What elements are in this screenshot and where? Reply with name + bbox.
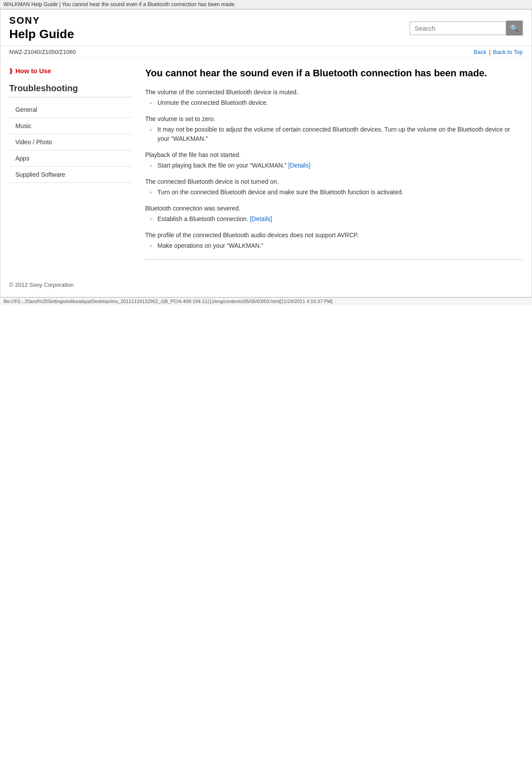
issue-block-2: The volume is set to zero. It may not be… [145,115,523,143]
issue-solutions-1: Unmute the connected Bluetooth device. [145,98,523,107]
footer: © 2012 Sony Corporation [0,277,532,297]
back-to-top-link[interactable]: Back to Top [493,49,523,55]
solution-item: Turn on the connected Bluetooth device a… [150,188,523,197]
status-bar-text: file:///F|/...20and%20Settings/editorala… [4,299,332,304]
browser-title-bar: WALKMAN Help Guide | You cannot hear the… [0,0,532,9]
sidebar-item-music[interactable]: Music [9,118,132,134]
issue-solutions-3: Start playing back the file on your “WAL… [145,161,523,170]
issue-cause-2: The volume is set to zero. [145,115,523,122]
main-content: You cannot hear the sound even if a Blue… [141,67,523,268]
issue-block-5: Bluetooth connection was severed. Establ… [145,205,523,224]
main-wrapper: SONY Help Guide 🔍 NWZ-Z1040/Z1050/Z1060 … [0,9,532,297]
browser-title-text: WALKMAN Help Guide | You cannot hear the… [4,1,236,7]
search-button[interactable]: 🔍 [506,21,523,36]
header-left: SONY Help Guide [9,15,74,41]
solution-item: Establish a Bluetooth connection. [Detai… [150,214,523,224]
solution-item: Start playing back the file on your “WAL… [150,161,523,170]
browser-status-bar: file:///F|/...20and%20Settings/editorala… [0,297,532,305]
details-link-2[interactable]: [Details] [250,215,272,222]
issue-cause-1: The volume of the connected Bluetooth de… [145,89,523,96]
solution-item: Make operations on your “WALKMAN.” [150,241,523,250]
article-divider [145,259,523,260]
copyright-text: © 2012 Sony Corporation [9,282,74,288]
issue-block-1: The volume of the connected Bluetooth de… [145,89,523,107]
how-to-use-link[interactable]: ⟫ How to Use [9,67,132,75]
sidebar: ⟫ How to Use Troubleshooting General Mus… [9,67,132,268]
sidebar-item-video-photo[interactable]: Video / Photo [9,134,132,150]
issue-solutions-4: Turn on the connected Bluetooth device a… [145,188,523,197]
sidebar-item-supplied-software[interactable]: Supplied Software [9,167,132,183]
issue-solutions-2: It may not be possible to adjust the vol… [145,125,523,143]
issue-cause-5: Bluetooth connection was severed. [145,205,523,212]
solution-item: Unmute the connected Bluetooth device. [150,98,523,107]
search-area: 🔍 [410,21,523,36]
issue-solutions-5: Establish a Bluetooth connection. [Detai… [145,214,523,224]
nav-separator: | [489,49,490,55]
back-link[interactable]: Back [474,49,486,55]
issue-block-6: The profile of the connected Bluetooth a… [145,232,523,250]
issue-cause-4: The connected Bluetooth device is not tu… [145,178,523,185]
issue-block-4: The connected Bluetooth device is not tu… [145,178,523,197]
troubleshooting-header: Troubleshooting [9,83,132,97]
chevron-right-icon: ⟫ [9,68,13,75]
nav-bar: NWZ-Z1040/Z1050/Z1060 Back | Back to Top [0,46,532,58]
sony-logo: SONY [9,15,74,26]
article-title: You cannot hear the sound even if a Blue… [145,67,523,80]
sidebar-nav: General Music Video / Photo Apps Supplie… [9,102,132,183]
sidebar-item-general[interactable]: General [9,102,132,118]
how-to-use-label: How to Use [15,67,51,75]
help-guide-title: Help Guide [9,27,74,41]
content-area: ⟫ How to Use Troubleshooting General Mus… [0,58,532,277]
sidebar-item-apps[interactable]: Apps [9,150,132,167]
solution-item: It may not be possible to adjust the vol… [150,125,523,143]
header: SONY Help Guide 🔍 [0,10,532,46]
issue-cause-3: Playback of the file has not started. [145,151,523,158]
issue-cause-6: The profile of the connected Bluetooth a… [145,232,523,239]
issue-solutions-6: Make operations on your “WALKMAN.” [145,241,523,250]
search-icon: 🔍 [510,24,519,32]
search-input[interactable] [410,21,506,35]
nav-links: Back | Back to Top [474,49,523,55]
issue-block-3: Playback of the file has not started. St… [145,151,523,170]
details-link-1[interactable]: [Details] [288,162,311,169]
device-model: NWZ-Z1040/Z1050/Z1060 [9,49,76,55]
